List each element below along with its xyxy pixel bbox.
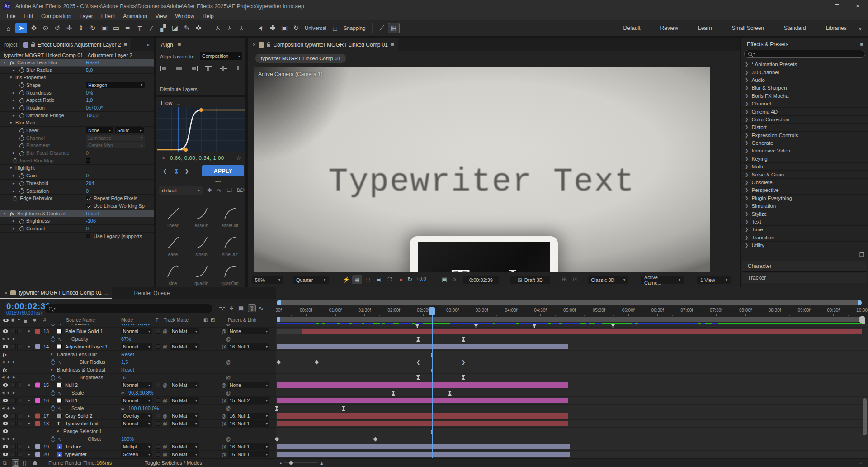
property-dropdown[interactable]: Center Map▾: [86, 142, 145, 148]
layer-duration-bar[interactable]: [302, 329, 862, 334]
blend-mode-dropdown[interactable]: Normal▾: [121, 382, 152, 388]
property-value[interactable]: 0,0,404,9,0,0: [121, 324, 150, 326]
tab-render-queue[interactable]: Render Queue: [130, 287, 174, 299]
effects-category-distort[interactable]: ❯Distort: [741, 124, 868, 131]
stopwatch-icon[interactable]: [19, 151, 24, 156]
reset-link[interactable]: Reset: [121, 367, 134, 372]
keyframe-icon[interactable]: [416, 375, 420, 380]
panel-menu-icon[interactable]: ≡: [178, 41, 181, 48]
parent-pickwhip-icon[interactable]: @: [226, 375, 231, 380]
layer-name[interactable]: Null 1: [65, 398, 78, 403]
parent-dropdown[interactable]: None▾: [228, 382, 269, 388]
property-dropdown[interactable]: Luminance▾: [86, 135, 145, 141]
layer-name[interactable]: Gray Solid 2: [65, 413, 93, 419]
property-value[interactable]: 0: [86, 173, 89, 178]
magnification-dropdown[interactable]: 50%▾: [252, 276, 283, 284]
property-value[interactable]: 0%: [86, 90, 93, 95]
effect-row-use-linear-working-sp[interactable]: Use Linear Working Sp: [0, 202, 154, 210]
parent-pickwhip-icon[interactable]: @: [222, 383, 226, 388]
align-v-center-button[interactable]: [219, 66, 227, 71]
layer-row-null-1[interactable]: ▾16Null 1Normal▾@No Mat▾@15. Null 2▾: [0, 397, 276, 405]
stopwatch-icon[interactable]: [51, 391, 55, 396]
previous-keyframe-icon[interactable]: ◀: [2, 376, 4, 379]
property-row-camera-lens-blur[interactable]: fx▾Camera Lens BlurReset: [0, 351, 276, 358]
view-layout-dropdown[interactable]: 1 View▾: [697, 276, 731, 284]
layer-duration-bar[interactable]: [277, 421, 568, 426]
effect-row-aspect-ratio[interactable]: ▸Aspect Ratio1,0: [0, 96, 154, 104]
stopwatch-icon[interactable]: [19, 98, 24, 103]
link-icon[interactable]: ∞: [121, 406, 124, 411]
comp-breadcrumb-chip[interactable]: typwriter MOGRT Linked Comp 01: [255, 54, 346, 63]
effects-category-channel[interactable]: ❯Channel: [741, 100, 868, 108]
property-row-range-selector-1[interactable]: ▾Range Selector 1: [0, 428, 276, 435]
audio-switch-box[interactable]: [11, 398, 16, 403]
renderer-dropdown[interactable]: Classic 3D▾: [588, 276, 628, 284]
zoom-out-mountain-icon[interactable]: ▲: [279, 461, 283, 465]
preserve-transparency-box[interactable]: [156, 329, 160, 334]
lane-blur-radius[interactable]: ❮❯: [276, 358, 868, 366]
draft-3d-button[interactable]: ◳ Draft 3D: [510, 276, 550, 284]
property-name[interactable]: Blur Radius: [80, 359, 105, 365]
keyframe-icon[interactable]: [462, 375, 465, 380]
lane-scale[interactable]: [276, 389, 868, 397]
stopwatch-icon[interactable]: [13, 158, 17, 163]
mode-pointer-tool[interactable]: ➤: [253, 20, 269, 36]
chevron-down-icon[interactable]: ▾: [28, 398, 30, 403]
pen-tool[interactable]: ✒: [122, 23, 134, 33]
menu-view[interactable]: View: [151, 13, 171, 19]
stopwatch-icon[interactable]: [19, 128, 24, 133]
blend-mode-dropdown[interactable]: Normal▾: [121, 343, 152, 350]
property-row-position[interactable]: ◀◆▶∿Position0,0,404,9,0,0@: [0, 324, 276, 328]
fast-previews-icon[interactable]: ⚡: [341, 275, 351, 284]
property-value[interactable]: 5,0: [86, 67, 93, 73]
chevron-right-icon[interactable]: ▸: [13, 98, 15, 102]
property-value[interactable]: 0: [86, 226, 89, 231]
parent-pickwhip-icon[interactable]: @: [222, 344, 226, 349]
keyframe-icon[interactable]: [392, 391, 395, 396]
keyframe-icon[interactable]: [275, 406, 278, 411]
expand-layer-switches-icon[interactable]: ⧉: [3, 460, 7, 466]
effect-row-highlight[interactable]: ▾Highlight: [0, 165, 154, 172]
pan-camera-tool[interactable]: ✛: [63, 23, 75, 33]
effect-row-gain[interactable]: ▸Gain0: [0, 172, 154, 180]
next-keyframe-icon[interactable]: ▶: [13, 391, 15, 395]
hand-tool[interactable]: ✥: [28, 23, 40, 33]
preset-sineOut[interactable]: sineOut: [217, 235, 243, 257]
keyframe-icon[interactable]: [342, 406, 345, 411]
solo-switch-box[interactable]: [17, 398, 22, 403]
expand-in-out-columns-icon[interactable]: { }: [23, 460, 27, 466]
track-matte-dropdown[interactable]: No Mat▾: [170, 443, 199, 450]
property-row-scale[interactable]: ◀◆▶∿Scale∞100,0,100,0%@: [0, 405, 276, 412]
stopwatch-icon[interactable]: [19, 82, 24, 87]
effects-category-obsolete[interactable]: ❯Obsolete: [741, 179, 868, 186]
effects-category-time[interactable]: ❯Time: [741, 226, 868, 234]
effect-row-roundness[interactable]: ▸Roundness0%: [0, 89, 154, 97]
stopwatch-icon[interactable]: [51, 375, 55, 380]
apply-button[interactable]: APPLY: [202, 165, 244, 176]
drag-handle-dots[interactable]: •••: [215, 179, 222, 184]
snapping-checkbox[interactable]: □: [329, 23, 341, 33]
parent-pickwhip-icon[interactable]: @: [226, 437, 231, 442]
effects-category-generate[interactable]: ❯Generate: [741, 139, 868, 147]
effects-category-plugin-everything[interactable]: ❯Plugin Everything: [741, 195, 868, 202]
time-navigator-bar[interactable]: [277, 300, 862, 305]
rotation-tool[interactable]: ↻: [87, 23, 99, 33]
effects-category-stylize[interactable]: ❯Stylize: [741, 210, 868, 218]
effects-category-simulation[interactable]: ❯Simulation: [741, 202, 868, 210]
effects-category-text[interactable]: ❯Text: [741, 218, 868, 226]
video-switch-eye-icon[interactable]: [3, 429, 8, 433]
effects-category-color-correction[interactable]: ❯Color Correction: [741, 116, 868, 124]
effect-row-edge-behavior[interactable]: Edge BehaviorRepeat Edge Pixels: [0, 195, 154, 202]
reset-link[interactable]: Reset: [86, 211, 99, 216]
composition-mini-flowchart-icon[interactable]: ⌥: [219, 305, 226, 312]
joint-b-tool[interactable]: Y: [224, 23, 236, 33]
property-value[interactable]: 1,5: [121, 359, 128, 365]
close-button[interactable]: ✕: [847, 0, 868, 12]
track-matte-dropdown[interactable]: No Mat▾: [170, 397, 199, 404]
preview-timecode[interactable]: 0:00:02:39: [463, 276, 499, 284]
previous-keyframe-icon[interactable]: ◀: [2, 337, 4, 341]
effect-row-iris-properties[interactable]: ▾Iris Properties: [0, 74, 154, 81]
checkbox[interactable]: [86, 196, 90, 200]
property-value[interactable]: 100,0: [86, 113, 99, 118]
panel-menu-icon[interactable]: ≡: [124, 41, 127, 48]
